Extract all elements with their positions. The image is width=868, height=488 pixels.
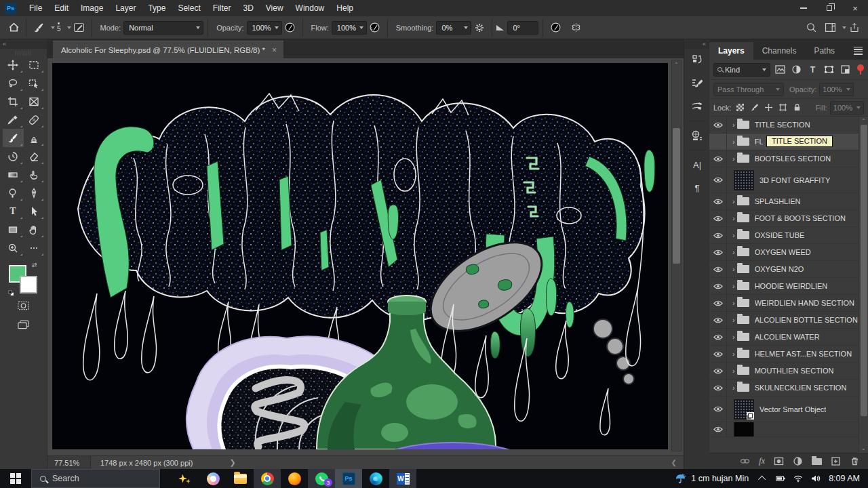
restore-button[interactable]	[816, 0, 842, 16]
filter-type-layers-icon[interactable]: T	[806, 63, 819, 76]
menu-file[interactable]: File	[23, 0, 48, 16]
link-layers-icon[interactable]	[740, 456, 750, 466]
visibility-toggle[interactable]	[709, 380, 727, 396]
layer-name[interactable]: ALCOLIEN WATER	[755, 333, 820, 341]
background-color-swatch[interactable]	[20, 276, 37, 293]
canvas-viewport[interactable]: ⌃	[47, 58, 684, 455]
hscroll-left-icon[interactable]: ❮	[671, 459, 677, 466]
weather-widget[interactable]: 1 cm hujan Min	[669, 474, 754, 484]
tray-expand-icon[interactable]	[754, 469, 772, 488]
menu-edit[interactable]: Edit	[48, 0, 75, 16]
marquee-tool[interactable]	[24, 56, 45, 74]
menu-help[interactable]: Help	[330, 0, 359, 16]
visibility-toggle[interactable]	[709, 363, 727, 379]
flow-input[interactable]: 100%	[332, 21, 367, 35]
path-selection-tool[interactable]	[24, 202, 45, 220]
expand-group-icon[interactable]: ›	[732, 367, 735, 375]
search-icon[interactable]	[803, 20, 819, 36]
visibility-toggle[interactable]	[709, 134, 727, 150]
visibility-toggle[interactable]	[709, 193, 727, 209]
eraser-tool[interactable]	[24, 147, 45, 165]
layer-row[interactable]: ›ALCOLIEN WATER	[709, 329, 868, 346]
layer-row[interactable]: ›FLTITLE SECTION	[709, 134, 868, 150]
lock-pixels-icon[interactable]	[749, 102, 760, 113]
vertical-scrollbar[interactable]: ⌃	[671, 60, 682, 451]
expand-group-icon[interactable]: ›	[732, 138, 735, 146]
expand-group-icon[interactable]: ›	[732, 231, 735, 239]
visibility-toggle[interactable]	[709, 295, 727, 311]
layer-row[interactable]: ›HOODIE WEIRDLIEN	[709, 278, 868, 295]
rectangle-tool[interactable]	[3, 220, 24, 239]
scroll-down-icon[interactable]: ⌄	[861, 445, 866, 451]
layer-thumbnail[interactable]	[734, 170, 754, 190]
taskbar-photoshop[interactable]: Ps	[335, 469, 362, 488]
crop-tool[interactable]	[3, 92, 24, 110]
layer-row[interactable]: ›WEIRDLIEN HAND SECTION	[709, 295, 868, 312]
layer-row[interactable]: ›ALCOLIEN BOTTLE SECTION	[709, 312, 868, 329]
quick-mask-icon[interactable]	[15, 299, 33, 312]
layer-thumbnail[interactable]	[734, 399, 754, 420]
taskbar-copilot[interactable]	[199, 469, 226, 488]
filter-smart-objects-icon[interactable]	[839, 63, 852, 76]
layer-row[interactable]: ›FOOT & BOOTS SECTION	[709, 210, 868, 227]
pressure-size-icon[interactable]	[547, 20, 564, 36]
menu-select[interactable]: Select	[172, 0, 206, 16]
eyedropper-tool[interactable]	[3, 110, 24, 129]
layer-styles-icon[interactable]: fx	[759, 456, 765, 466]
filter-pixel-layers-icon[interactable]	[774, 63, 787, 76]
symmetry-icon[interactable]	[568, 20, 584, 36]
history-panel-icon[interactable]	[684, 49, 710, 72]
dodge-tool[interactable]	[3, 184, 24, 202]
edit-toolbar-icon[interactable]	[24, 239, 45, 257]
brush-tool-preset-icon[interactable]	[31, 20, 47, 36]
new-adjustment-layer-icon[interactable]	[793, 456, 803, 466]
taskbar-whatsapp[interactable]: 3	[308, 469, 335, 488]
lock-transparency-icon[interactable]	[734, 102, 745, 113]
brush-angle-input[interactable]: 0°	[507, 21, 538, 35]
layer-name[interactable]: OXYGEN N2O	[755, 265, 804, 273]
battery-icon[interactable]	[772, 469, 789, 488]
layer-name[interactable]: HELMET AST...EN SECTION	[755, 350, 852, 358]
canvas-artwork[interactable]	[52, 63, 668, 449]
object-selection-tool[interactable]	[24, 74, 45, 92]
airbrush-icon[interactable]	[367, 20, 383, 36]
pen-tool[interactable]	[24, 184, 45, 202]
layer-name[interactable]: TITLE SECTION	[755, 121, 810, 129]
layer-name[interactable]: OXYGEN WEED	[755, 248, 811, 256]
character-panel-icon[interactable]: A|	[684, 153, 710, 176]
expand-group-icon[interactable]: ›	[732, 316, 735, 324]
document-tab[interactable]: Alcoholic For Sleephy.psd @ 77.5% (FLUID…	[53, 41, 283, 58]
blend-mode-select[interactable]: Pass Through	[713, 83, 784, 96]
layer-fill-input[interactable]: 100%	[830, 101, 864, 115]
layer-name[interactable]: FOOT & BOOTS SECTION	[755, 214, 846, 222]
layer-name[interactable]: MOUTHLIEN SECTION	[755, 367, 834, 375]
expand-group-icon[interactable]: ›	[732, 197, 735, 205]
layer-name[interactable]: HOODIE WEIRDLIEN	[755, 282, 828, 290]
share-icon[interactable]	[846, 20, 863, 36]
visibility-toggle[interactable]	[709, 244, 727, 260]
visibility-toggle[interactable]	[709, 329, 727, 345]
opacity-input[interactable]: 100%	[247, 21, 282, 35]
expand-group-icon[interactable]: ›	[732, 299, 735, 307]
visibility-toggle[interactable]	[709, 167, 727, 192]
move-tool[interactable]	[3, 56, 24, 74]
taskbar-clock[interactable]: 8:09 AM	[825, 474, 868, 483]
menu-image[interactable]: Image	[75, 0, 109, 16]
screen-mode-icon[interactable]	[15, 318, 33, 331]
history-brush-tool[interactable]	[3, 147, 24, 165]
lasso-tool[interactable]	[3, 74, 24, 92]
frame-tool[interactable]	[24, 92, 45, 110]
visibility-toggle[interactable]	[709, 278, 727, 294]
expand-group-icon[interactable]: ›	[732, 121, 735, 129]
layer-name[interactable]: WEIRDLIEN HAND SECTION	[755, 299, 854, 307]
layer-row[interactable]: ›OXYGEN N2O	[709, 261, 868, 278]
layer-name[interactable]: Vector Smart Object	[760, 405, 826, 413]
layer-row[interactable]: ›TITLE SECTION	[709, 117, 868, 134]
scroll-up-icon[interactable]: ⌃	[674, 62, 679, 68]
toggle-brush-settings-icon[interactable]	[71, 20, 87, 36]
close-button[interactable]: ×	[842, 0, 868, 16]
layer-row[interactable]: Vector Smart Object	[709, 396, 868, 422]
taskbar-chrome[interactable]	[254, 469, 281, 488]
menu-3d[interactable]: 3D	[237, 0, 259, 16]
visibility-toggle[interactable]	[709, 150, 727, 167]
